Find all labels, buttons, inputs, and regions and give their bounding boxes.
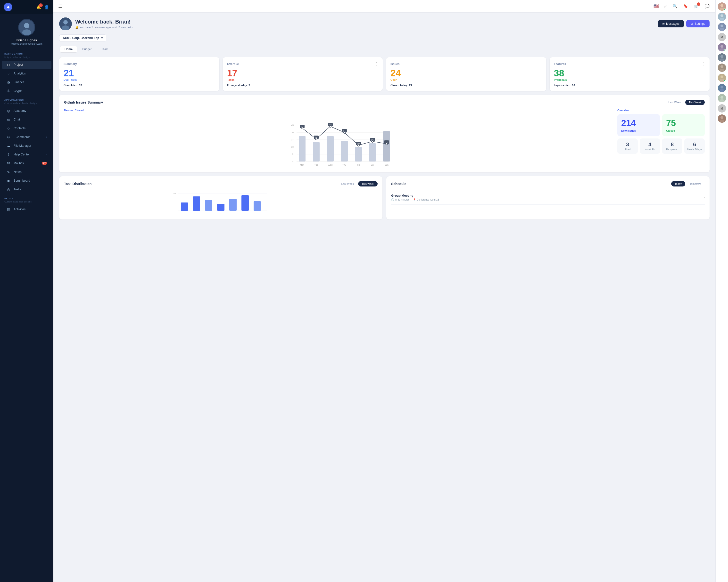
- chat-topbar-icon[interactable]: 💬: [704, 3, 710, 9]
- sidebar-item-contacts[interactable]: ☺ Contacts: [2, 124, 51, 132]
- right-avatar-9[interactable]: [718, 94, 726, 102]
- overview-top: 214 New Issues 75 Closed: [617, 114, 705, 136]
- academy-icon: ◎: [6, 109, 11, 113]
- sidebar-item-label: Help Center: [14, 153, 30, 156]
- stat-label: Tasks: [227, 78, 379, 81]
- svg-rect-22: [355, 147, 362, 162]
- stat-sub: Completed: 13: [63, 84, 215, 87]
- chevron-down-icon: ▾: [101, 36, 103, 40]
- svg-point-33: [329, 126, 331, 127]
- messages-button[interactable]: ✉ Messages: [658, 20, 684, 27]
- crypto-icon: $: [6, 89, 11, 93]
- stat-menu-icon[interactable]: ⋮: [538, 62, 542, 66]
- analytics-icon: ○: [6, 72, 11, 76]
- flag-icon[interactable]: 🇺🇸: [653, 4, 659, 9]
- svg-text:Tue: Tue: [314, 164, 318, 166]
- settings-button[interactable]: ⚙ Settings: [686, 20, 709, 27]
- stat-number: 17: [227, 68, 379, 78]
- right-avatar-10[interactable]: [718, 114, 726, 123]
- user-status-icon[interactable]: 👤: [44, 5, 49, 9]
- stat-menu-icon[interactable]: ⋮: [374, 62, 378, 66]
- right-avatar-3[interactable]: [718, 23, 726, 31]
- fullscreen-icon[interactable]: ⤢: [663, 3, 668, 9]
- stat-menu-icon[interactable]: ⋮: [211, 62, 215, 66]
- sidebar-item-file-manager[interactable]: ☁ File Manager: [2, 142, 51, 150]
- mini-stat-needs-triage: 6 Needs Triage: [684, 138, 705, 154]
- schedule-title: Schedule: [391, 182, 406, 186]
- task-dist-chart: 40: [64, 190, 378, 215]
- overview-bottom: 3 Fixed 4 Won't Fix 8 Re-opened 6: [617, 138, 705, 154]
- stat-label: Proposals: [554, 78, 705, 81]
- sidebar-item-notes[interactable]: ✎ Notes: [2, 168, 51, 176]
- stat-menu-icon[interactable]: ⋮: [701, 62, 705, 66]
- sidebar-item-finance[interactable]: ◑ Finance: [2, 78, 51, 86]
- sidebar-item-crypto[interactable]: $ Crypto: [2, 87, 51, 95]
- notifications-bell[interactable]: 🔔 3: [36, 5, 41, 9]
- project-selector[interactable]: ACME Corp. Backend App ▾: [59, 34, 106, 42]
- stat-card-features: Features ⋮ 38 Proposals Implemented: 16: [550, 57, 710, 91]
- chevron-right-icon[interactable]: ›: [703, 195, 705, 200]
- task-this-week-button[interactable]: This Week: [358, 181, 378, 187]
- svg-text:45: 45: [291, 124, 294, 126]
- schedule-meta: 🕐 in 32 minutes 📍 Conference room 1B: [391, 198, 439, 201]
- right-avatar-7[interactable]: [718, 74, 726, 82]
- right-avatar-m1[interactable]: M: [718, 33, 726, 41]
- sidebar-item-chat[interactable]: ▭ Chat: [2, 115, 51, 124]
- app-logo[interactable]: ◆: [4, 3, 11, 11]
- svg-text:Wed: Wed: [328, 164, 333, 166]
- closed-issues-card: 75 Closed: [662, 114, 705, 136]
- task-last-week-button[interactable]: Last Week: [338, 181, 357, 187]
- svg-rect-21: [341, 141, 348, 162]
- reopened-label: Re-opened: [664, 148, 680, 151]
- right-avatar-5[interactable]: [718, 53, 726, 62]
- tab-home[interactable]: Home: [60, 46, 77, 52]
- tab-team[interactable]: Team: [97, 46, 112, 52]
- svg-text:Thu: Thu: [342, 164, 346, 166]
- svg-text:27: 27: [291, 138, 294, 141]
- cart-badge: 5: [697, 2, 700, 6]
- stat-label: Open: [390, 78, 542, 81]
- svg-point-27: [301, 127, 303, 129]
- task-distribution-card: Task Distribution Last Week This Week 40: [59, 176, 383, 219]
- stats-grid: Summary ⋮ 21 Due Tasks Completed: 13 Ove…: [59, 57, 709, 91]
- avatar[interactable]: [18, 19, 35, 36]
- last-week-button[interactable]: Last Week: [665, 100, 684, 105]
- sidebar-item-project[interactable]: ◻ Project: [2, 61, 51, 69]
- right-avatar-2[interactable]: [718, 12, 726, 21]
- right-avatar-8[interactable]: [718, 84, 726, 92]
- right-avatar-4[interactable]: [718, 43, 726, 51]
- sidebar-item-help-center[interactable]: ? Help Center ›: [2, 150, 51, 159]
- activities-icon: ▤: [6, 207, 11, 211]
- this-week-button[interactable]: This Week: [685, 100, 705, 105]
- svg-point-81: [721, 65, 723, 68]
- section-label-pages: PAGES: [0, 194, 53, 200]
- sidebar-item-scrumboard[interactable]: ▣ Scrumboard: [2, 176, 51, 185]
- right-avatar-m2[interactable]: M: [718, 104, 726, 113]
- right-avatar-1[interactable]: [718, 2, 726, 11]
- section-label-dashboards: DASHBOARDS: [0, 49, 53, 56]
- tomorrow-button[interactable]: Tomorrow: [686, 181, 705, 187]
- github-issues-title: Github Issues Summary: [64, 101, 103, 104]
- cart-icon[interactable]: 🛒 5: [693, 3, 700, 9]
- hamburger-menu-icon[interactable]: ☰: [58, 4, 62, 9]
- new-issues-label: New Issues: [621, 129, 656, 132]
- sidebar-item-academy[interactable]: ◎ Academy: [2, 107, 51, 115]
- sidebar-item-activities[interactable]: ▤ Activities: [2, 205, 51, 213]
- sidebar-item-tasks[interactable]: ◷ Tasks: [2, 185, 51, 194]
- sidebar-item-mailbox[interactable]: ✉ Mailbox 27: [2, 159, 51, 167]
- meeting-location: 📍 Conference room 1B: [413, 198, 439, 201]
- tab-budget[interactable]: Budget: [78, 46, 96, 52]
- today-button[interactable]: Today: [671, 181, 685, 187]
- svg-point-84: [721, 76, 723, 78]
- sidebar-item-ecommerce[interactable]: ⊙ ECommerce ›: [2, 133, 51, 141]
- right-avatar-6[interactable]: [718, 63, 726, 72]
- github-content: New vs. Closed 0 9 18 27 36 45: [64, 109, 705, 168]
- sidebar-item-label: Chat: [14, 118, 20, 121]
- sidebar-item-analytics[interactable]: ○ Analytics: [2, 70, 51, 78]
- sidebar-item-label: Crypto: [14, 89, 23, 93]
- svg-rect-62: [229, 199, 237, 211]
- bookmark-icon[interactable]: 🔖: [682, 3, 689, 9]
- closed-number: 75: [666, 118, 701, 128]
- search-icon[interactable]: 🔍: [672, 3, 678, 9]
- stat-card-issues: Issues ⋮ 24 Open Closed today: 19: [386, 57, 546, 91]
